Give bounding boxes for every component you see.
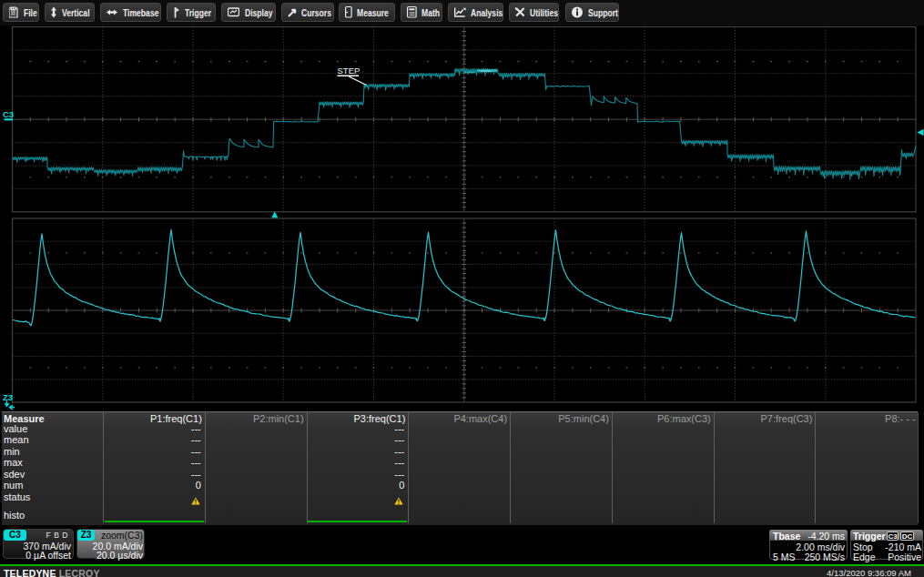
svg-text:Z3: Z3 (3, 392, 13, 402)
svg-text:C3: C3 (3, 109, 14, 119)
svg-text:STEP: STEP (338, 66, 360, 76)
